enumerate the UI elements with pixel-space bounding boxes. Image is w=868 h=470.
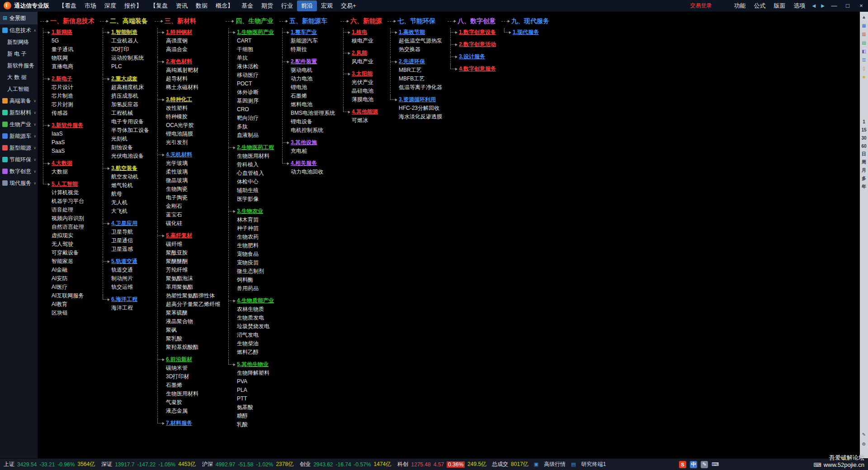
group-title-2-4[interactable]: 5.高纤复材 bbox=[166, 232, 192, 240]
group-title-0-2[interactable]: 3.新软件服务 bbox=[52, 122, 83, 129]
group-title-7-2[interactable]: 3.设计服务 bbox=[459, 53, 485, 61]
doc-icon[interactable]: ▯ bbox=[861, 65, 868, 72]
leaf-item-3-0-5[interactable]: POCT bbox=[237, 80, 274, 88]
leaf-item-3-1-3[interactable]: 体检中心 bbox=[237, 178, 274, 186]
group-title-1-0[interactable]: 1.智能制造 bbox=[111, 28, 137, 36]
sidebar-item-5[interactable]: 人工智能 bbox=[0, 83, 38, 95]
sidebar-item-0[interactable]: 信息技术∧ bbox=[0, 24, 38, 36]
leaf-item-2-5-0[interactable]: 碳纳米管 bbox=[166, 364, 220, 372]
leaf-item-2-5-4[interactable]: 气凝胶 bbox=[166, 398, 220, 407]
leaf-item-3-0-11[interactable]: 血液制品 bbox=[237, 131, 274, 140]
leaf-item-2-4-0[interactable]: 碳纤维 bbox=[166, 240, 220, 249]
group-title-5-0[interactable]: 1.核电 bbox=[352, 28, 367, 36]
period-button-5[interactable]: 周 bbox=[861, 159, 868, 165]
leaf-item-0-1-3[interactable]: 传感器 bbox=[52, 109, 94, 118]
leaf-item-3-4-5[interactable]: 糖醇 bbox=[237, 412, 274, 420]
leaf-item-0-4-3[interactable]: 视频内容识别 bbox=[52, 214, 94, 223]
menu-item-1[interactable]: 市场 bbox=[80, 0, 100, 11]
leaf-item-3-0-2[interactable]: 单抗 bbox=[237, 54, 274, 62]
leaf-item-1-0-2[interactable]: 运动控制系统 bbox=[111, 54, 149, 62]
leaf-item-1-1-5[interactable]: 半导体加工设备 bbox=[111, 126, 149, 135]
sidebar-item-1[interactable]: 新型网络 bbox=[0, 36, 38, 48]
leaf-item-0-4-9[interactable]: AI金融 bbox=[52, 266, 94, 274]
group-title-4-3[interactable]: 4.相关服务 bbox=[291, 160, 317, 167]
menu-item-0[interactable]: 【看盘 bbox=[55, 0, 80, 11]
leaf-item-2-4-3[interactable]: 芳纶纤维 bbox=[166, 266, 220, 274]
sidebar-item-12[interactable]: 数字创意∨ bbox=[0, 165, 38, 177]
group-title-2-3[interactable]: 4.无机材料 bbox=[166, 151, 192, 159]
minimize-button[interactable]: — bbox=[827, 2, 841, 9]
period-button-2[interactable]: 30 bbox=[861, 135, 868, 141]
leaf-item-5-2-1[interactable]: 晶硅电池 bbox=[352, 87, 382, 95]
leaf-item-2-3-5[interactable]: 金刚石 bbox=[166, 202, 220, 211]
leaf-item-1-4-1[interactable]: 制动闸片 bbox=[111, 274, 149, 283]
edit-icon[interactable]: ✎ bbox=[861, 431, 868, 438]
group-title-0-0[interactable]: 1.新网络 bbox=[52, 28, 72, 36]
sidebar-item-6[interactable]: 高端装备∨ bbox=[0, 95, 38, 107]
menu-item-5[interactable]: 资讯 bbox=[172, 0, 192, 11]
leaf-item-3-0-7[interactable]: 基因测序 bbox=[237, 97, 274, 105]
leaf-item-5-1-0[interactable]: 风电产业 bbox=[352, 57, 382, 66]
leaf-item-2-4-4[interactable]: 聚氨酯泡沫 bbox=[166, 274, 220, 283]
leaf-item-0-4-6[interactable]: 无人驾驶 bbox=[52, 240, 94, 249]
leaf-item-3-1-2[interactable]: 心血管植入 bbox=[237, 169, 274, 178]
leaf-item-0-4-13[interactable]: AI教育 bbox=[52, 300, 94, 309]
group-title-0-4[interactable]: 5.人工智能 bbox=[52, 180, 78, 188]
leaf-item-2-2-1[interactable]: 特种橡胶 bbox=[166, 113, 220, 121]
leaf-item-3-0-8[interactable]: CRO bbox=[237, 105, 274, 114]
group-title-2-5[interactable]: 6.前沿新材 bbox=[166, 356, 192, 363]
leaf-item-0-0-0[interactable]: 5G bbox=[52, 37, 94, 45]
leaf-item-0-4-10[interactable]: AI安防 bbox=[52, 274, 94, 283]
leaf-item-4-1-7[interactable]: 电机控制系统 bbox=[291, 126, 335, 135]
leaf-item-0-4-4[interactable]: 自然语言处理 bbox=[52, 223, 94, 231]
leaf-item-3-2-6[interactable]: 微生态制剂 bbox=[237, 267, 274, 276]
leaf-item-3-0-6[interactable]: 体外诊断 bbox=[237, 88, 274, 97]
menu-right-item-1[interactable]: 公式 bbox=[750, 2, 770, 10]
sidebar-item-13[interactable]: 现代服务∨ bbox=[0, 177, 38, 189]
leaf-item-4-3-0[interactable]: 动力电池回收 bbox=[291, 168, 335, 176]
market-grid-icon[interactable]: ▦ bbox=[861, 22, 868, 29]
group-title-4-1[interactable]: 2.配件装置 bbox=[291, 58, 317, 66]
leaf-item-3-1-1[interactable]: 骨科植入 bbox=[237, 160, 274, 169]
group-title-6-1[interactable]: 2.先进环保 bbox=[399, 58, 425, 66]
group-title-1-1[interactable]: 2.重大成套 bbox=[111, 75, 137, 83]
period-button-3[interactable]: 60 bbox=[861, 143, 868, 149]
leaf-item-1-4-0[interactable]: 轨道交通 bbox=[111, 266, 149, 274]
menu-item-6[interactable]: 数据 bbox=[192, 0, 212, 11]
group-title-5-3[interactable]: 4.其他能源 bbox=[352, 108, 378, 116]
sidebar-header[interactable]: ⊞ 全景图 bbox=[0, 12, 38, 24]
leaf-item-1-2-2[interactable]: 航母 bbox=[111, 190, 149, 198]
leaf-item-6-1-1[interactable]: MBFB工艺 bbox=[399, 75, 442, 83]
leaf-item-2-3-7[interactable]: 碳化硅 bbox=[166, 219, 220, 228]
index-1[interactable]: 深证13917.7-147.22-1.05%4453亿 bbox=[101, 461, 196, 468]
leaf-item-2-3-6[interactable]: 蓝宝石 bbox=[166, 211, 220, 219]
leaf-item-0-1-2[interactable]: 芯片封测 bbox=[52, 100, 94, 109]
leaf-item-0-4-7[interactable]: 可穿戴设备 bbox=[52, 249, 94, 257]
leaf-item-1-2-1[interactable]: 燃气轮机 bbox=[111, 181, 149, 190]
category-title-1[interactable]: 二、高端装备 bbox=[110, 17, 148, 25]
leaf-item-0-4-0[interactable]: 计算机视觉 bbox=[52, 188, 94, 197]
menu-item-11[interactable]: 前沿 bbox=[297, 0, 317, 11]
leaf-item-3-3-4[interactable]: 生物柴油 bbox=[237, 339, 274, 348]
menu-item-12[interactable]: 宏观 bbox=[317, 0, 337, 11]
leaf-item-4-1-4[interactable]: 燃料电池 bbox=[291, 100, 335, 109]
leaf-item-0-2-2[interactable]: SaaS bbox=[52, 147, 94, 155]
panel-icon[interactable]: ◧ bbox=[861, 48, 868, 55]
leaf-item-3-0-4[interactable]: 移动医疗 bbox=[237, 71, 274, 80]
leaf-item-3-0-0[interactable]: CART bbox=[237, 37, 274, 45]
leaf-item-2-0-1[interactable]: 高温合金 bbox=[166, 45, 220, 54]
leaf-item-1-1-2[interactable]: 加氢反应器 bbox=[111, 100, 149, 109]
leaf-item-4-1-2[interactable]: 锂电池 bbox=[291, 83, 335, 92]
menu-item-8[interactable]: 基金 bbox=[237, 0, 257, 11]
leaf-item-3-2-0[interactable]: 林木育苗 bbox=[237, 216, 274, 224]
category-title-6[interactable]: 七、节能环保 bbox=[397, 17, 435, 25]
category-title-7[interactable]: 八、数字创意 bbox=[458, 17, 495, 25]
group-title-3-4[interactable]: 5.其他生物业 bbox=[237, 361, 269, 368]
leaf-item-2-5-1[interactable]: 3D打印材 bbox=[166, 372, 220, 381]
group-title-7-1[interactable]: 2.数字创意活动 bbox=[459, 41, 496, 48]
index-0[interactable]: 上证3429.54-33.21-0.96%3564亿 bbox=[4, 461, 95, 468]
leaf-item-1-4-2[interactable]: 轨交运维 bbox=[111, 283, 149, 291]
leaf-item-3-1-5[interactable]: 医学影像 bbox=[237, 195, 274, 203]
leaf-item-1-1-0[interactable]: 超高精度机床 bbox=[111, 83, 149, 92]
nav-back-icon[interactable]: ◀ bbox=[810, 3, 819, 8]
